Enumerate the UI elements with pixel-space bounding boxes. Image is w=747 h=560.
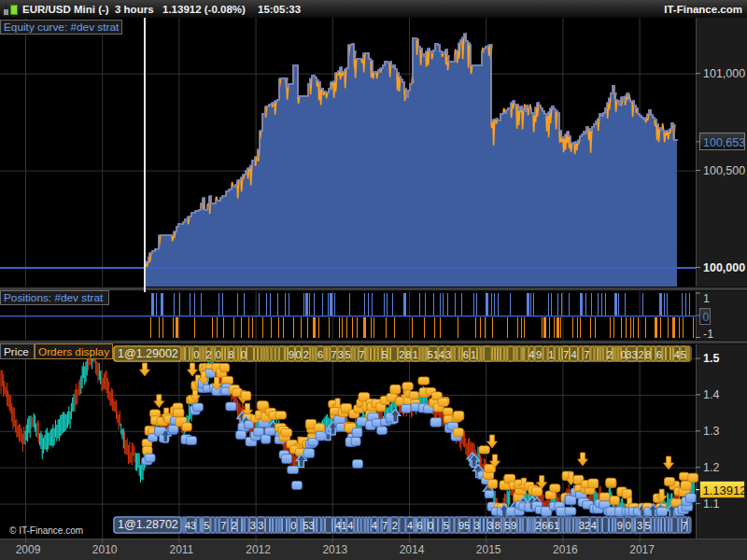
svg-text:2: 2 — [206, 349, 212, 360]
svg-text:100,653: 100,653 — [703, 136, 745, 149]
svg-text:4: 4 — [407, 520, 413, 531]
svg-text:2016: 2016 — [553, 543, 578, 556]
svg-text:7: 7 — [331, 349, 336, 360]
svg-text:7: 7 — [563, 349, 569, 360]
svg-text:2: 2 — [638, 349, 643, 360]
svg-text:32: 32 — [579, 520, 590, 531]
svg-text:© IT-Finance.com: © IT-Finance.com — [9, 525, 83, 536]
svg-text:6: 6 — [463, 349, 469, 360]
svg-text:1: 1 — [471, 349, 476, 360]
svg-text:5: 5 — [681, 349, 686, 360]
svg-text:1.13912: 1.13912 — [703, 483, 747, 497]
svg-text:8: 8 — [645, 349, 651, 360]
svg-text:7: 7 — [359, 349, 364, 360]
svg-text:1.13912 (-0.08%): 1.13912 (-0.08%) — [162, 4, 246, 15]
svg-text:2010: 2010 — [92, 543, 118, 556]
svg-text:1@1.29002: 1@1.29002 — [118, 347, 178, 360]
svg-text:8: 8 — [495, 520, 500, 531]
svg-text:7: 7 — [382, 520, 388, 531]
svg-text:61: 61 — [548, 520, 559, 531]
svg-text:3: 3 — [250, 520, 256, 531]
svg-text:7: 7 — [682, 520, 687, 531]
svg-text:6: 6 — [542, 520, 547, 531]
svg-text:0: 0 — [296, 349, 302, 360]
svg-text:2: 2 — [392, 520, 398, 531]
svg-text:4: 4 — [674, 349, 680, 360]
svg-text:-1: -1 — [703, 328, 713, 341]
svg-text:6: 6 — [317, 349, 323, 360]
svg-text:2011: 2011 — [169, 543, 193, 556]
svg-text:7: 7 — [584, 349, 589, 360]
svg-text:3: 3 — [258, 520, 263, 531]
svg-text:4: 4 — [591, 520, 597, 531]
svg-text:3: 3 — [474, 520, 480, 531]
svg-text:4: 4 — [372, 520, 377, 531]
svg-text:6: 6 — [416, 520, 422, 531]
svg-text:1.5: 1.5 — [703, 352, 719, 365]
svg-text:Positions: #dev strat: Positions: #dev strat — [4, 291, 104, 304]
svg-text:2009: 2009 — [16, 543, 41, 556]
svg-text:5: 5 — [444, 520, 449, 531]
svg-text:2013: 2013 — [322, 543, 347, 556]
svg-text:1.1: 1.1 — [703, 497, 719, 511]
svg-text:4: 4 — [439, 349, 444, 360]
svg-text:0: 0 — [626, 520, 631, 531]
svg-text:33: 33 — [626, 349, 637, 360]
svg-text:4: 4 — [571, 349, 577, 360]
svg-text:2017: 2017 — [629, 543, 655, 556]
svg-text:9: 9 — [511, 520, 516, 531]
svg-text:43: 43 — [185, 520, 196, 531]
svg-text:3: 3 — [487, 520, 493, 531]
svg-text:5: 5 — [204, 520, 209, 531]
svg-text:5: 5 — [504, 520, 510, 531]
svg-text:1: 1 — [341, 520, 346, 531]
svg-text:101,000: 101,000 — [703, 67, 745, 80]
svg-text:100,500: 100,500 — [703, 164, 745, 177]
svg-text:0: 0 — [428, 520, 433, 531]
svg-text:3 hours: 3 hours — [115, 4, 154, 15]
svg-text:0: 0 — [241, 349, 247, 360]
svg-text:1@1.28702: 1@1.28702 — [118, 518, 178, 531]
svg-text:0: 0 — [193, 349, 199, 360]
svg-text:Equity curve: #dev strat: Equity curve: #dev strat — [4, 21, 120, 34]
svg-text:2: 2 — [535, 520, 541, 531]
svg-text:51: 51 — [428, 349, 439, 360]
svg-text:1.2: 1.2 — [703, 461, 719, 474]
svg-text:3: 3 — [445, 349, 451, 360]
svg-text:0: 0 — [290, 520, 296, 531]
svg-text:3: 3 — [637, 520, 642, 531]
svg-text:2012: 2012 — [246, 543, 271, 556]
svg-text:2: 2 — [303, 349, 309, 360]
svg-text:0: 0 — [216, 349, 221, 360]
svg-text:IT-Finance.com: IT-Finance.com — [664, 4, 742, 15]
svg-text:9: 9 — [289, 349, 294, 360]
svg-text:1: 1 — [703, 292, 710, 305]
svg-text:0: 0 — [703, 311, 710, 324]
svg-text:7: 7 — [220, 520, 226, 531]
svg-text:2015: 2015 — [476, 543, 501, 556]
svg-text:100,000: 100,000 — [703, 261, 745, 274]
svg-text:1.4: 1.4 — [703, 388, 719, 401]
svg-text:2: 2 — [232, 520, 237, 531]
svg-text:5: 5 — [645, 520, 651, 531]
svg-text:15:05:33: 15:05:33 — [258, 4, 301, 15]
svg-text:1: 1 — [413, 349, 418, 360]
svg-text:1.3: 1.3 — [703, 425, 719, 438]
svg-text:2014: 2014 — [400, 543, 425, 556]
svg-text:8: 8 — [229, 349, 234, 360]
svg-text:2: 2 — [399, 349, 404, 360]
svg-text:8: 8 — [405, 349, 411, 360]
svg-text:4: 4 — [347, 520, 353, 531]
svg-text:Price: Price — [4, 345, 29, 358]
svg-text:5: 5 — [345, 349, 350, 360]
svg-text:Orders display: Orders display — [38, 345, 109, 358]
svg-text:1: 1 — [548, 349, 554, 360]
svg-text:95: 95 — [458, 520, 470, 531]
svg-text:EUR/USD Mini (-): EUR/USD Mini (-) — [22, 4, 109, 15]
svg-text:9: 9 — [617, 520, 623, 531]
svg-text:9: 9 — [536, 349, 542, 360]
svg-text:4: 4 — [529, 349, 534, 360]
svg-text:5: 5 — [382, 349, 388, 360]
svg-text:2: 2 — [607, 349, 613, 360]
svg-text:3: 3 — [338, 349, 344, 360]
